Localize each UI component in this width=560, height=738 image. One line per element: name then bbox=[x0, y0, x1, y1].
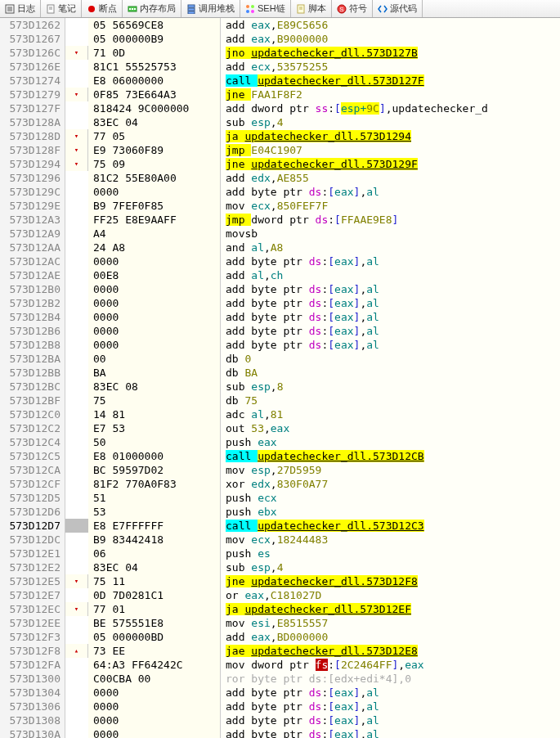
disasm-row[interactable]: 573D12EC▾77 01ja updatechecker_dll.573D1… bbox=[0, 602, 560, 616]
disasm-row[interactable]: 573D12CABC 59597D02mov esp,27D5959 bbox=[0, 463, 560, 477]
instruction-col: jne updatechecker_dll.573D129F bbox=[221, 157, 560, 171]
instruction-col: push ebx bbox=[221, 505, 560, 519]
tab-callstack[interactable]: 调用堆栈 bbox=[181, 0, 240, 17]
address-col: 573D1267 bbox=[0, 32, 65, 46]
address-col: 573D12B4 bbox=[0, 310, 65, 324]
disasm-row[interactable]: 573D129C0000add byte ptr ds:[eax],al bbox=[0, 185, 560, 199]
disasm-row[interactable]: 573D12BF75db 75 bbox=[0, 394, 560, 407]
log-icon bbox=[5, 4, 15, 14]
bytes-col: 0D 7D0281C1 bbox=[88, 588, 221, 602]
disasm-row[interactable]: 573D12A9A4movsb bbox=[0, 227, 560, 241]
disasm-row[interactable]: 573D126E81C1 55525753add ecx,53575255 bbox=[0, 60, 560, 74]
address-col: 573D12BB bbox=[0, 366, 65, 380]
address-col: 573D12F3 bbox=[0, 630, 65, 644]
disasm-row[interactable]: 573D12CF81F2 770A0F83xor edx,830F0A77 bbox=[0, 477, 560, 491]
tab-script[interactable]: 脚本 bbox=[291, 0, 332, 17]
disasm-row[interactable]: 573D12B60000add byte ptr ds:[eax],al bbox=[0, 324, 560, 338]
disasm-row[interactable]: 573D1279▾0F85 73E664A3jne FAA1F8F2 bbox=[0, 88, 560, 101]
address-col: 573D12EE bbox=[0, 616, 65, 630]
tab-breakpoints[interactable]: 断点 bbox=[82, 0, 123, 17]
disasm-row[interactable]: 573D12E70D 7D0281C1or eax,C181027D bbox=[0, 588, 560, 602]
bytes-col: 0000 bbox=[88, 686, 221, 700]
disasm-row[interactable]: 573D12D653push ebx bbox=[0, 505, 560, 519]
disasm-row[interactable]: 573D12AA24 A8and al,A8 bbox=[0, 241, 560, 254]
address-col: 573D12A3 bbox=[0, 213, 65, 227]
address-col: 573D12F8 bbox=[0, 644, 65, 658]
disasm-row[interactable]: 573D12D551push ecx bbox=[0, 491, 560, 505]
tab-source[interactable]: 源代码 bbox=[373, 0, 423, 17]
disasm-row[interactable]: 573D12C2E7 53out 53,eax bbox=[0, 421, 560, 435]
instruction-col: add byte ptr ds:[eax],al bbox=[221, 310, 560, 324]
tab-bp-label: 断点 bbox=[99, 2, 117, 15]
disasm-row[interactable]: 573D126C▾71 0Djno updatechecker_dll.573D… bbox=[0, 46, 560, 60]
disasm-row[interactable]: 573D12C014 81adc al,81 bbox=[0, 407, 560, 421]
disasm-row[interactable]: 573D12EEBE 575551E8mov esi,E8515557 bbox=[0, 616, 560, 630]
disasm-row[interactable]: 573D12F8▴73 EEjae updatechecker_dll.573D… bbox=[0, 644, 560, 658]
svg-rect-9 bbox=[129, 8, 131, 10]
address-col: 573D12B2 bbox=[0, 296, 65, 310]
disasm-row[interactable]: 573D12B20000add byte ptr ds:[eax],al bbox=[0, 296, 560, 310]
disasm-row[interactable]: 573D12E106push es bbox=[0, 547, 560, 560]
disasm-row[interactable]: 573D130A0000add byte ptr ds:[eax],al bbox=[0, 727, 560, 738]
disasm-row[interactable]: 573D12DCB9 83442418mov ecx,18244483 bbox=[0, 533, 560, 547]
disasm-row[interactable]: 573D128D▾77 05ja updatechecker_dll.573D1… bbox=[0, 129, 560, 143]
disasm-row[interactable]: 573D128F▾E9 73060F89jmp E04C1907 bbox=[0, 143, 560, 157]
disasm-row[interactable]: 573D12C450push eax bbox=[0, 435, 560, 449]
address-col: 573D12DC bbox=[0, 533, 65, 547]
svg-rect-14 bbox=[188, 11, 195, 14]
address-col: 573D1274 bbox=[0, 74, 65, 88]
instruction-col: db 0 bbox=[221, 352, 560, 366]
disasm-row[interactable]: 573D12D7E8 E7FFFFFFcall updatechecker_dl… bbox=[0, 519, 560, 533]
address-col: 573D12E5 bbox=[0, 574, 65, 588]
bytes-col: 75 09 bbox=[88, 157, 221, 171]
bytes-col: E9 73060F89 bbox=[88, 143, 221, 157]
bytes-col: BC 59597D02 bbox=[88, 463, 221, 477]
disasm-row[interactable]: 573D12BC83EC 08sub esp,8 bbox=[0, 380, 560, 394]
disasm-row[interactable]: 573D126705 000000B9add eax,B9000000 bbox=[0, 32, 560, 46]
instruction-col: add eax,BD000000 bbox=[221, 630, 560, 644]
disasm-row[interactable]: 573D12FA64:A3 FF64242Cmov dword ptr fs:[… bbox=[0, 658, 560, 672]
disasm-row[interactable]: 573D129EB9 7FEF0F85mov ecx,850FEF7F bbox=[0, 199, 560, 213]
disasm-row[interactable]: 573D12F305 000000BDadd eax,BD000000 bbox=[0, 630, 560, 644]
instruction-col: adc al,81 bbox=[221, 407, 560, 421]
bytes-col: 00 bbox=[88, 352, 221, 366]
bytes-col: 0F85 73E664A3 bbox=[88, 88, 221, 101]
disasm-row[interactable]: 573D128A83EC 04sub esp,4 bbox=[0, 115, 560, 129]
disasm-row[interactable]: 573D12A3FF25 E8E9AAFFjmp dword ptr ds:[F… bbox=[0, 213, 560, 227]
bytes-col: B9 7FEF0F85 bbox=[88, 199, 221, 213]
instruction-col: add byte ptr ds:[eax],al bbox=[221, 686, 560, 700]
tab-log[interactable]: 日志 bbox=[0, 0, 41, 17]
instruction-col: sub esp,4 bbox=[221, 560, 560, 574]
instruction-col: mov esp,27D5959 bbox=[221, 463, 560, 477]
disasm-row[interactable]: 573D12BA00db 0 bbox=[0, 352, 560, 366]
bytes-col: FF25 E8E9AAFF bbox=[88, 213, 221, 227]
disasm-row[interactable]: 573D12E5▾75 11jne updatechecker_dll.573D… bbox=[0, 574, 560, 588]
disasm-row[interactable]: 573D13040000add byte ptr ds:[eax],al bbox=[0, 686, 560, 700]
disasm-row[interactable]: 573D127F818424 9C000000add dword ptr ss:… bbox=[0, 101, 560, 115]
disassembly-view[interactable]: 573D126205 56569CE8add eax,E89C5656573D1… bbox=[0, 18, 560, 738]
disasm-row[interactable]: 573D12AE00E8add al,ch bbox=[0, 268, 560, 282]
disasm-row[interactable]: 573D1274E8 06000000call updatechecker_dl… bbox=[0, 74, 560, 88]
disasm-row[interactable]: 573D1300C00CBA 00ror byte ptr ds:[edx+ed… bbox=[0, 672, 560, 686]
bytes-col: 53 bbox=[88, 505, 221, 519]
instruction-col: push eax bbox=[221, 435, 560, 449]
instruction-col: db BA bbox=[221, 366, 560, 380]
disasm-row[interactable]: 573D12AC0000add byte ptr ds:[eax],al bbox=[0, 254, 560, 268]
disasm-row[interactable]: 573D1294▾75 09jne updatechecker_dll.573D… bbox=[0, 157, 560, 171]
tab-memory[interactable]: 内存布局 bbox=[123, 0, 181, 17]
disasm-row[interactable]: 573D12BBBAdb BA bbox=[0, 366, 560, 380]
tab-symbols[interactable]: S符号 bbox=[332, 0, 373, 17]
disasm-row[interactable]: 573D12E283EC 04sub esp,4 bbox=[0, 560, 560, 574]
disasm-row[interactable]: 573D13080000add byte ptr ds:[eax],al bbox=[0, 713, 560, 727]
disasm-row[interactable]: 573D126205 56569CE8add eax,E89C5656 bbox=[0, 18, 560, 32]
tab-notes[interactable]: 笔记 bbox=[41, 0, 82, 17]
tab-seh[interactable]: SEH链 bbox=[240, 0, 291, 17]
disasm-row[interactable]: 573D12C5E8 01000000call updatechecker_dl… bbox=[0, 449, 560, 463]
disasm-row[interactable]: 573D12B00000add byte ptr ds:[eax],al bbox=[0, 282, 560, 296]
disasm-row[interactable]: 573D12B40000add byte ptr ds:[eax],al bbox=[0, 310, 560, 324]
instruction-col: ja updatechecker_dll.573D1294 bbox=[221, 129, 560, 143]
disasm-row[interactable]: 573D13060000add byte ptr ds:[eax],al bbox=[0, 700, 560, 713]
disasm-row[interactable]: 573D129681C2 55E80A00add edx,AE855 bbox=[0, 171, 560, 185]
disasm-row[interactable]: 573D12B80000add byte ptr ds:[eax],al bbox=[0, 338, 560, 352]
bytes-col: 81C1 55525753 bbox=[88, 60, 221, 74]
